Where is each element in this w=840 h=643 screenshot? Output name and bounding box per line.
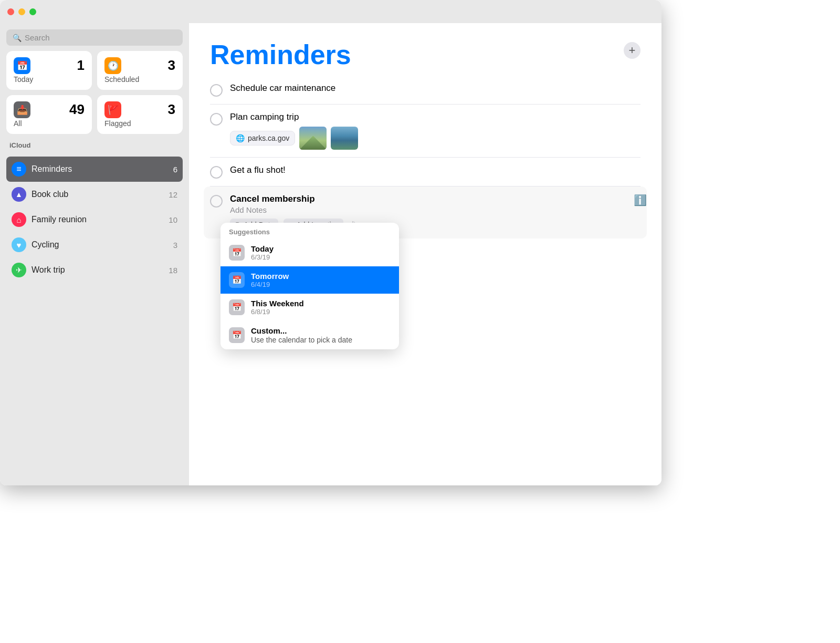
suggestion-custom[interactable]: 📅 Custom... Use the calendar to pick a d… (220, 321, 399, 349)
reminder-content-3: Get a flu shot! (230, 165, 640, 175)
reminders-label: Reminders (32, 164, 168, 174)
smart-tiles: 📅 1 Today 🕐 3 Scheduled 📥 49 All (6, 51, 183, 134)
cycling-icon: ♥ (12, 237, 26, 252)
worktrip-count: 18 (169, 266, 177, 275)
main-header: Reminders + (189, 23, 662, 76)
thumbnail-1[interactable] (299, 127, 327, 150)
suggestion-tomorrow-icon: 📅 (229, 272, 245, 288)
suggestion-weekend-date: 6/8/19 (251, 308, 304, 316)
today-count: 1 (77, 57, 85, 74)
minimize-button[interactable] (18, 8, 25, 15)
tile-scheduled[interactable]: 🕐 3 Scheduled (97, 51, 183, 90)
suggestion-today-icon: 📅 (229, 245, 245, 261)
familyreunion-count: 10 (169, 215, 177, 224)
reminder-notes-4[interactable]: Add Notes (230, 205, 640, 214)
scheduled-icon: 🕐 (104, 57, 121, 74)
reminder-item-2: Plan camping trip 🌐 parks.ca.gov (210, 105, 640, 158)
maximize-button[interactable] (29, 8, 36, 15)
suggestions-dropdown: Suggestions 📅 Today 6/3/19 📅 Tomorrow 6/… (220, 223, 399, 349)
reminders-count: 6 (173, 165, 177, 174)
all-icon: 📥 (14, 101, 30, 118)
reminder-item-1: Schedule car maintenance (210, 76, 640, 105)
sidebar-item-cycling[interactable]: ♥ Cycling 3 (6, 232, 183, 257)
suggestion-today[interactable]: 📅 Today 6/3/19 (220, 239, 399, 266)
suggestion-today-text: Today 6/3/19 (251, 244, 274, 261)
suggestion-today-day: Today (251, 244, 274, 253)
flagged-count: 3 (168, 101, 175, 118)
flagged-label: Flagged (104, 119, 175, 128)
reminders-icon: ≡ (12, 162, 26, 177)
sidebar-item-familyreunion[interactable]: ⌂ Family reunion 10 (6, 207, 183, 232)
tile-today[interactable]: 📅 1 Today (6, 51, 92, 90)
bookclub-label: Book club (32, 190, 163, 199)
suggestion-weekend-icon: 📅 (229, 299, 245, 315)
info-icon[interactable]: ℹ️ (634, 194, 647, 206)
today-label: Today (14, 75, 85, 84)
scheduled-label: Scheduled (104, 75, 175, 84)
search-icon: 🔍 (13, 34, 22, 42)
main-content: Reminders + Schedule car maintenance Pla… (189, 23, 662, 485)
bookclub-icon: ▲ (12, 187, 26, 202)
suggestion-tomorrow-day: Tomorrow (251, 272, 289, 281)
reminder-content-2: Plan camping trip 🌐 parks.ca.gov (230, 112, 640, 150)
sidebar-item-worktrip[interactable]: ✈ Work trip 18 (6, 257, 183, 283)
app-body: 🔍 Search 📅 1 Today 🕐 3 Scheduled (0, 23, 662, 485)
search-placeholder: Search (25, 33, 50, 42)
worktrip-icon: ✈ (12, 263, 26, 277)
reminder-item-3: Get a flu shot! (210, 158, 640, 186)
scheduled-count: 3 (168, 57, 175, 74)
list-items: ≡ Reminders 6 ▲ Book club 12 ⌂ Family re… (6, 157, 183, 283)
sidebar: 🔍 Search 📅 1 Today 🕐 3 Scheduled (0, 23, 189, 485)
reminder-title-2[interactable]: Plan camping trip (230, 112, 640, 122)
reminder-content-1: Schedule car maintenance (230, 83, 640, 94)
link-text: parks.ca.gov (248, 134, 289, 142)
worktrip-label: Work trip (32, 265, 163, 275)
suggestion-weekend-day: This Weekend (251, 299, 304, 308)
reminder-checkbox-3[interactable] (210, 166, 223, 179)
suggestion-weekend-text: This Weekend 6/8/19 (251, 299, 304, 316)
today-icon: 📅 (14, 57, 30, 74)
suggestion-today-date: 6/3/19 (251, 253, 274, 261)
titlebar (0, 0, 662, 23)
reminder-checkbox-1[interactable] (210, 84, 223, 97)
page-title: Reminders (210, 39, 351, 70)
suggestion-custom-icon: 📅 (229, 327, 245, 343)
reminder-checkbox-2[interactable] (210, 113, 223, 126)
flagged-icon: 🚩 (104, 101, 121, 118)
familyreunion-icon: ⌂ (12, 212, 26, 227)
tile-flagged[interactable]: 🚩 3 Flagged (97, 95, 183, 134)
suggestion-custom-text: Custom... Use the calendar to pick a dat… (251, 326, 352, 344)
familyreunion-label: Family reunion (32, 215, 163, 224)
reminder-title-4[interactable]: Cancel membership (230, 194, 640, 204)
attachment-link-parks[interactable]: 🌐 parks.ca.gov (230, 131, 295, 146)
attachments-row-2: 🌐 parks.ca.gov (230, 127, 640, 150)
suggestion-tomorrow-date: 6/4/19 (251, 281, 289, 288)
suggestion-custom-desc: Use the calendar to pick a date (251, 336, 352, 344)
traffic-lights (7, 8, 36, 15)
sidebar-item-reminders[interactable]: ≡ Reminders 6 (6, 157, 183, 182)
cycling-label: Cycling (32, 240, 168, 250)
icloud-section-label: iCloud (6, 139, 183, 151)
tile-all[interactable]: 📥 49 All (6, 95, 92, 134)
all-count: 49 (69, 101, 85, 118)
cycling-count: 3 (173, 241, 177, 250)
search-bar[interactable]: 🔍 Search (6, 29, 183, 46)
reminder-checkbox-4[interactable] (210, 195, 223, 208)
thumbnail-2[interactable] (331, 127, 358, 150)
sidebar-item-bookclub[interactable]: ▲ Book club 12 (6, 182, 183, 207)
reminder-title-3[interactable]: Get a flu shot! (230, 165, 640, 175)
globe-icon: 🌐 (236, 134, 245, 142)
mountain-thumb-image (299, 127, 327, 150)
all-label: All (14, 119, 85, 128)
add-reminder-button[interactable]: + (624, 42, 640, 59)
suggestion-tomorrow[interactable]: 📅 Tomorrow 6/4/19 (220, 266, 399, 294)
suggestion-tomorrow-text: Tomorrow 6/4/19 (251, 272, 289, 288)
close-button[interactable] (7, 8, 14, 15)
suggestion-custom-day: Custom... (251, 326, 352, 335)
suggestion-weekend[interactable]: 📅 This Weekend 6/8/19 (220, 294, 399, 321)
reminder-title-1[interactable]: Schedule car maintenance (230, 83, 640, 94)
bookclub-count: 12 (169, 190, 177, 199)
lake-thumb-image (331, 127, 358, 150)
suggestions-header: Suggestions (220, 223, 399, 239)
